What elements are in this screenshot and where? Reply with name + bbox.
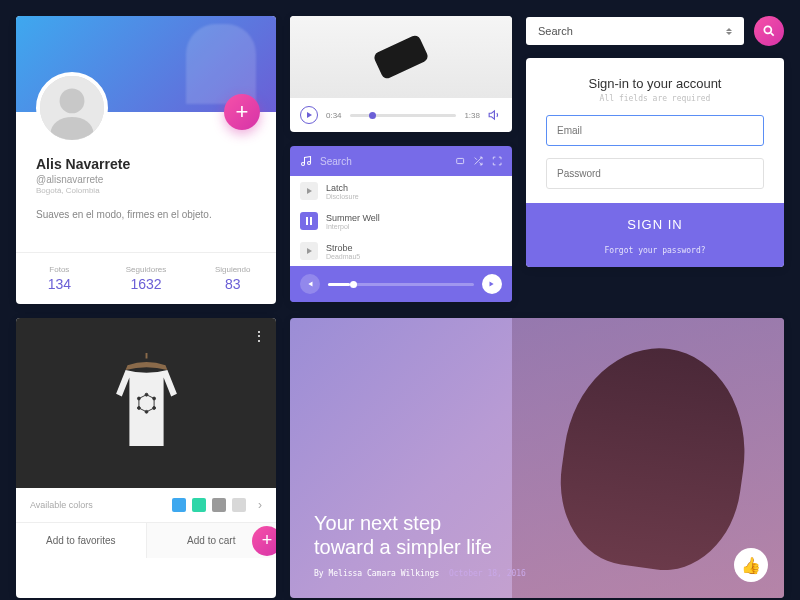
search-icon — [762, 24, 776, 38]
track-play-button[interactable] — [300, 182, 318, 200]
music-note-icon — [300, 154, 312, 168]
add-favorites-button[interactable]: Add to favorites — [16, 523, 146, 558]
signin-title: Sign-in to your account — [546, 76, 764, 91]
search-dropdown[interactable]: Search — [526, 17, 744, 45]
stat-seguidores[interactable]: Seguidores 1632 — [103, 253, 190, 304]
video-card: 0:34 1:38 — [290, 16, 512, 132]
password-field[interactable] — [546, 158, 764, 189]
video-duration: 1:38 — [464, 111, 480, 120]
profile-handle: @alisnavarrete — [36, 174, 256, 185]
colors-label: Available colors — [30, 500, 166, 510]
next-button[interactable] — [482, 274, 502, 294]
add-cart-button[interactable]: Add to cart + — [146, 523, 277, 558]
music-progress[interactable] — [328, 283, 474, 286]
volume-icon[interactable] — [488, 108, 502, 122]
more-menu-icon[interactable]: ⋮ — [252, 328, 266, 344]
video-scrubber[interactable] — [350, 114, 457, 117]
color-swatch[interactable] — [192, 498, 206, 512]
svg-point-4 — [308, 162, 311, 165]
chevron-right-icon[interactable]: › — [258, 498, 262, 512]
signin-button[interactable]: SIGN IN — [526, 203, 784, 246]
signin-subtitle: All fields are required — [546, 94, 764, 103]
play-button[interactable] — [300, 106, 318, 124]
stat-fotos[interactable]: Fotos 134 — [16, 253, 103, 304]
svg-rect-5 — [457, 158, 464, 163]
article-title: Your next steptoward a simpler life — [314, 511, 562, 559]
music-search-input[interactable] — [320, 156, 447, 167]
product-image: ⋮ — [16, 318, 276, 488]
like-button[interactable]: 👍 — [734, 548, 768, 582]
article-card[interactable]: Your next steptoward a simpler life By M… — [290, 318, 784, 598]
video-current-time: 0:34 — [326, 111, 342, 120]
email-field[interactable] — [546, 115, 764, 146]
add-button[interactable]: + — [224, 94, 260, 130]
profile-location: Bogotá, Colombia — [36, 186, 256, 195]
color-swatch[interactable] — [232, 498, 246, 512]
color-swatch[interactable] — [172, 498, 186, 512]
music-player: LatchDisclosure Summer WellInterpol Stro… — [290, 146, 512, 302]
track-row[interactable]: Summer WellInterpol — [290, 206, 512, 236]
profile-card: + Alis Navarrete @alisnavarrete Bogotá, … — [16, 16, 276, 304]
profile-name: Alis Navarrete — [36, 156, 256, 172]
cart-fab[interactable]: + — [252, 526, 276, 556]
expand-icon[interactable] — [492, 155, 502, 167]
track-row[interactable]: StrobeDeadmau5 — [290, 236, 512, 266]
profile-bio: Suaves en el modo, firmes en el objeto. — [36, 209, 256, 220]
color-swatch[interactable] — [212, 498, 226, 512]
search-button[interactable] — [754, 16, 784, 46]
product-illustration — [99, 351, 194, 456]
avatar[interactable] — [36, 72, 108, 144]
track-row[interactable]: LatchDisclosure — [290, 176, 512, 206]
sort-icon — [726, 28, 732, 35]
article-meta: By Melissa Camara Wilkings October 18, 2… — [314, 569, 562, 578]
product-card: ⋮ Available colors › Add to favorites Ad… — [16, 318, 276, 598]
track-play-button[interactable] — [300, 242, 318, 260]
track-pause-button[interactable] — [300, 212, 318, 230]
search-label: Search — [538, 25, 573, 37]
signin-card: Sign-in to your account All fields are r… — [526, 58, 784, 267]
thumbs-up-icon: 👍 — [741, 556, 761, 575]
svg-point-3 — [302, 163, 305, 166]
svg-point-1 — [60, 88, 85, 113]
forgot-password-link[interactable]: Forgot your password? — [526, 246, 784, 267]
repeat-icon[interactable] — [455, 155, 465, 167]
previous-button[interactable] — [300, 274, 320, 294]
svg-point-6 — [764, 26, 771, 33]
video-thumbnail[interactable] — [290, 16, 512, 98]
stat-siguiendo[interactable]: Siguiendo 83 — [189, 253, 276, 304]
profile-stats: Fotos 134 Seguidores 1632 Siguiendo 83 — [16, 252, 276, 304]
shuffle-icon[interactable] — [473, 155, 483, 167]
